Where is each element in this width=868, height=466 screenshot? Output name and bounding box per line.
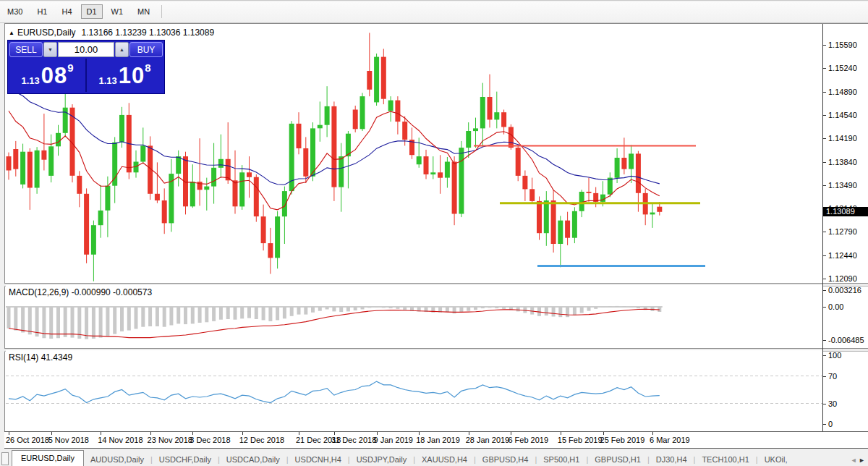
timeframe-button-mn[interactable]: MN xyxy=(132,4,156,19)
date-tick xyxy=(299,432,299,435)
axis-tick xyxy=(822,138,826,139)
date-axis-label: 23 Nov 2018 xyxy=(148,436,192,444)
axis-tick xyxy=(822,376,826,377)
tab-scroll-right-icon[interactable]: ► xyxy=(859,457,865,464)
axis-tick xyxy=(822,92,826,93)
date-axis-label: 3 Dec 2018 xyxy=(190,436,230,444)
buy-price-sup: 8 xyxy=(145,62,150,74)
axis-tick xyxy=(822,404,826,404)
date-tick xyxy=(511,432,511,435)
price-axis-label: 1.13840 xyxy=(828,158,857,166)
axis-tick xyxy=(822,279,826,279)
date-tick xyxy=(603,432,604,435)
sell-price-big: 08 xyxy=(41,64,67,87)
macd-axis-label: -0.006485 xyxy=(828,336,864,344)
chart-title: ▲EURUSD,Daily1.13166 1.13239 1.13036 1.1… xyxy=(9,27,214,38)
date-tick xyxy=(469,432,469,435)
price-axis-label: 1.14890 xyxy=(828,88,857,96)
rsi-axis-label: 70 xyxy=(828,372,837,381)
chart-tab-dj30-h4[interactable]: DJ30,H4 xyxy=(650,452,694,466)
chart-tab-gbpusd-h1[interactable]: GBPUSD,H1 xyxy=(588,452,647,466)
date-axis-label: 15 Feb 2019 xyxy=(558,436,603,444)
buy-button[interactable]: BUY xyxy=(129,42,163,57)
date-axis-label: 12 Dec 2018 xyxy=(239,436,284,444)
buy-price-prefix: 1.13 xyxy=(98,75,116,86)
tab-list-grip[interactable] xyxy=(1,452,9,465)
date-tick xyxy=(101,432,101,435)
date-axis-label: 18 Jan 2019 xyxy=(416,436,460,444)
price-axis-label: 1.15240 xyxy=(828,64,857,72)
date-axis-label: 9 Jan 2019 xyxy=(374,436,413,444)
axis-tick xyxy=(822,355,826,356)
tab-scroll-left-icon[interactable]: ◄ xyxy=(851,457,857,464)
timeframe-button-d1[interactable]: D1 xyxy=(81,4,103,19)
sell-price-display[interactable]: 1.13 08 9 xyxy=(9,59,85,92)
price-axis-line xyxy=(822,24,823,431)
date-axis-label: 26 Oct 2018 xyxy=(6,436,49,444)
date-axis-label: 14 Nov 2018 xyxy=(98,436,142,444)
axis-tick xyxy=(822,68,826,69)
rsi-indicator-panel[interactable] xyxy=(6,350,822,431)
date-tick xyxy=(419,432,420,435)
timeframe-button-h4[interactable]: H4 xyxy=(56,4,77,19)
collapse-triangle-icon[interactable]: ▲ xyxy=(9,30,14,36)
current-price-tag: 1.13089 xyxy=(823,207,868,216)
date-axis-label: 31 Dec 2018 xyxy=(331,436,376,444)
price-axis-label: 1.12090 xyxy=(828,274,857,283)
volume-input[interactable]: 10.00 xyxy=(58,42,114,57)
date-axis-label: 25 Feb 2019 xyxy=(600,436,645,444)
volume-increase-button[interactable]: ▲ xyxy=(115,42,129,57)
chart-tab-tech100-h1[interactable]: TECH100,H1 xyxy=(695,452,755,466)
macd-label: MACD(12,26,9) -0.000990 -0.000573 xyxy=(9,287,152,297)
macd-axis-label: 0.00 xyxy=(828,302,843,311)
sell-price-prefix: 1.13 xyxy=(21,75,39,86)
axis-tick xyxy=(822,307,826,308)
chart-tab-gbpusd-h4[interactable]: GBPUSD,H4 xyxy=(476,452,535,466)
axis-tick xyxy=(822,290,826,291)
rsi-label: RSI(14) 41.4349 xyxy=(9,352,72,363)
timeframe-button-w1[interactable]: W1 xyxy=(106,4,129,19)
date-axis[interactable]: 26 Oct 20185 Nov 201814 Nov 201823 Nov 2… xyxy=(4,431,868,449)
toolbar-separator xyxy=(161,5,162,18)
chart-tab-ukoil[interactable]: UKOil, xyxy=(758,452,794,466)
date-tick xyxy=(561,432,561,435)
price-axis-label: 1.14190 xyxy=(828,134,857,143)
rsi-axis-label: 0 xyxy=(828,420,833,428)
one-click-trading-panel: SELL ▼ 10.00 ▲ BUY 1.13 08 9 1.13 10 8 xyxy=(7,40,165,94)
date-axis-label: 6 Feb 2019 xyxy=(508,436,548,444)
chart-tab-usdcnh-h4[interactable]: USDCNH,H4 xyxy=(289,452,348,466)
chart-tab-usdchf-daily[interactable]: USDCHF,Daily xyxy=(153,452,218,466)
axis-tick xyxy=(822,232,826,232)
date-tick xyxy=(652,432,653,435)
date-tick xyxy=(9,432,9,435)
chart-tab-audusd-daily[interactable]: AUDUSD,Daily xyxy=(84,452,150,466)
chart-tab-usdcad-daily[interactable]: USDCAD,Daily xyxy=(220,452,286,466)
tab-scroll-arrows: ◄ ► xyxy=(851,457,868,466)
axis-tick xyxy=(822,115,826,116)
price-axis-label: 1.13490 xyxy=(828,181,857,190)
chart-tab-sp500-h1[interactable]: SP500,H1 xyxy=(537,452,586,466)
price-axis-label: 1.12790 xyxy=(828,227,857,236)
buy-price-display[interactable]: 1.13 10 8 xyxy=(87,59,163,92)
price-axis-label: 1.12440 xyxy=(828,251,857,260)
axis-tick xyxy=(822,162,826,163)
timeframe-button-m30[interactable]: M30 xyxy=(1,4,28,19)
date-axis-label: 5 Nov 2018 xyxy=(48,436,89,444)
date-tick xyxy=(150,432,151,435)
timeframe-button-h1[interactable]: H1 xyxy=(31,4,53,19)
axis-tick xyxy=(822,424,826,425)
macd-axis-label: 0.003216 xyxy=(828,286,861,295)
volume-decrease-button[interactable]: ▼ xyxy=(43,42,57,57)
sell-price-sup: 9 xyxy=(67,62,73,74)
axis-tick xyxy=(822,340,826,341)
axis-tick xyxy=(822,45,826,46)
buy-price-big: 10 xyxy=(119,64,145,87)
price-axis-label: 1.15590 xyxy=(828,41,857,49)
chart-tab-usdjpy-daily[interactable]: USDJPY,Daily xyxy=(350,452,414,466)
chart-tab-eurusd-daily[interactable]: EURUSD,Daily xyxy=(12,450,84,466)
chart-tab-xauusd-h4[interactable]: XAUUSD,H4 xyxy=(415,452,474,466)
date-axis-label: 6 Mar 2019 xyxy=(650,436,690,444)
date-tick xyxy=(377,432,378,435)
date-tick xyxy=(51,432,52,435)
sell-button[interactable]: SELL xyxy=(9,42,43,57)
